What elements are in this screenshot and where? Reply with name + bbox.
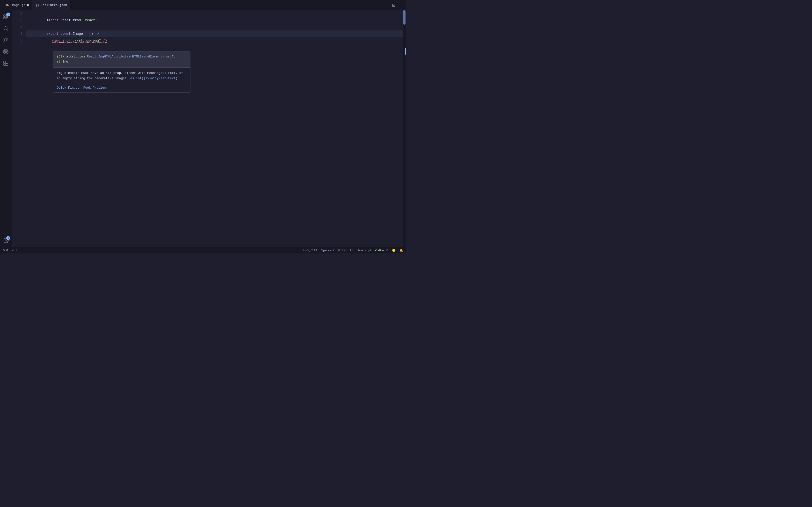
source-control-badge: 1 — [6, 12, 10, 16]
code-line-3: export const Image = () => — [26, 24, 406, 31]
code-line-4: <img src="./ketchup.png" />; — [26, 31, 406, 37]
svg-point-8 — [4, 38, 5, 39]
language-mode[interactable]: JavaScript — [357, 249, 371, 252]
activity-icon-remote[interactable] — [1, 58, 11, 68]
svg-rect-2 — [4, 17, 5, 19]
activity-icon-settings[interactable]: 1 — [1, 236, 11, 245]
code-line-2 — [26, 17, 406, 24]
code-line-1: import React from 'react'; — [26, 10, 406, 17]
js-file-icon: JS — [5, 3, 9, 7]
error-count[interactable]: ✕ 0 — [3, 249, 8, 252]
eslint-rule: eslint(jsx-a11y/alt-text) — [130, 76, 177, 80]
settings-badge: 1 — [6, 236, 10, 240]
right-gutter-mark — [405, 48, 406, 55]
svg-line-5 — [7, 30, 8, 31]
jsx-attribute-label: (JSX attribute) — [57, 55, 85, 58]
prettier-text: Prettier: ✓ — [375, 249, 388, 252]
tab-image-js[interactable]: JS Image.js — [2, 0, 33, 10]
tab-eslintrc-label: .eslintrc.json — [41, 3, 67, 7]
hover-popup: (JSX attribute) React.ImgHTMLAttributes<… — [53, 51, 191, 93]
encoding-text: UTF-8 — [338, 249, 346, 252]
line-numbers: 1 2 3 4 5 — [12, 10, 26, 247]
activity-icon-source-control[interactable]: 1 — [1, 12, 11, 22]
line-ending-text: LF — [350, 249, 354, 252]
hover-popup-type-info: (JSX attribute) React.ImgHTMLAttributes<… — [53, 51, 190, 68]
svg-rect-0 — [4, 15, 5, 16]
error-icon: ✕ — [3, 249, 5, 252]
activity-bar: 1 — [0, 10, 12, 247]
position-text: Ln 5, Col 1 — [303, 249, 317, 252]
svg-rect-3 — [6, 17, 8, 19]
line-ending[interactable]: LF — [350, 249, 354, 252]
activity-icon-extensions[interactable] — [1, 47, 11, 56]
smiley-text: 🙂 — [392, 249, 396, 252]
scrollbar-track[interactable] — [403, 10, 406, 247]
svg-point-7 — [7, 38, 8, 39]
status-bar-right: Ln 5, Col 1 Spaces: 2 UTF-8 LF JavaScrip… — [303, 249, 403, 252]
json-file-icon: {} — [36, 4, 39, 7]
status-bar-left: ✕ 0 ⚠ 1 — [3, 249, 17, 252]
editor-area[interactable]: 1 2 3 4 5 import React from 'react'; exp… — [12, 10, 406, 247]
warning-icon: ⚠ — [12, 249, 14, 252]
warning-count-value: 1 — [15, 249, 17, 252]
tab-eslintrc-json[interactable]: {} .eslintrc.json — [33, 0, 71, 10]
activity-icon-search[interactable] — [1, 24, 11, 33]
svg-rect-16 — [4, 63, 6, 65]
bell-text: 🔔 — [400, 249, 403, 252]
file-encoding[interactable]: UTF-8 — [338, 249, 346, 252]
cursor-position[interactable]: Ln 5, Col 1 — [303, 249, 317, 252]
notifications-icon[interactable]: 🔔 — [400, 249, 403, 252]
svg-point-4 — [4, 26, 7, 30]
split-editor-button[interactable]: ⊡ — [391, 2, 396, 8]
svg-point-17 — [5, 240, 6, 241]
code-line-5 — [26, 37, 406, 44]
tab-bar: JS Image.js {} .eslintrc.json ⊡ ··· — [0, 0, 406, 10]
editor-content: 1 2 3 4 5 import React from 'react'; exp… — [12, 10, 406, 247]
peek-problem-link[interactable]: Peek Problem — [83, 86, 106, 90]
language-text: JavaScript — [357, 249, 371, 252]
indentation[interactable]: Spaces: 2 — [321, 249, 334, 252]
svg-rect-14 — [6, 61, 8, 63]
activity-icon-git[interactable] — [1, 35, 11, 45]
scrollbar-thumb[interactable] — [403, 10, 406, 24]
quick-fix-link[interactable]: Quick Fix... — [57, 86, 80, 90]
type-path: React.ImgHTMLAttributes<HTMLImageElement… — [87, 55, 172, 58]
main-layout: 1 — [0, 10, 406, 247]
prettier-status[interactable]: Prettier: ✓ — [375, 249, 388, 252]
spaces-text: Spaces: 2 — [321, 249, 334, 252]
warning-count[interactable]: ⚠ 1 — [12, 249, 17, 252]
tab-actions: ⊡ ··· — [391, 2, 406, 8]
hover-popup-actions: Quick Fix... Peek Problem — [53, 84, 190, 93]
status-bar: ✕ 0 ⚠ 1 Ln 5, Col 1 Spaces: 2 UTF-8 LF J… — [0, 247, 406, 253]
hover-popup-diagnostic: img elements must have an alt prop, eith… — [53, 68, 190, 84]
smiley-icon[interactable]: 🙂 — [392, 249, 396, 252]
tab-dirty-indicator — [27, 4, 29, 6]
type-value: string — [57, 60, 68, 63]
svg-point-6 — [4, 41, 5, 42]
svg-rect-13 — [4, 61, 6, 63]
more-actions-button[interactable]: ··· — [398, 2, 403, 8]
code-editor[interactable]: import React from 'react'; export const … — [26, 10, 406, 247]
svg-rect-15 — [6, 63, 8, 65]
error-count-value: 0 — [6, 249, 8, 252]
optional-marker: ?: — [172, 55, 176, 58]
tab-image-js-label: Image.js — [10, 3, 25, 7]
